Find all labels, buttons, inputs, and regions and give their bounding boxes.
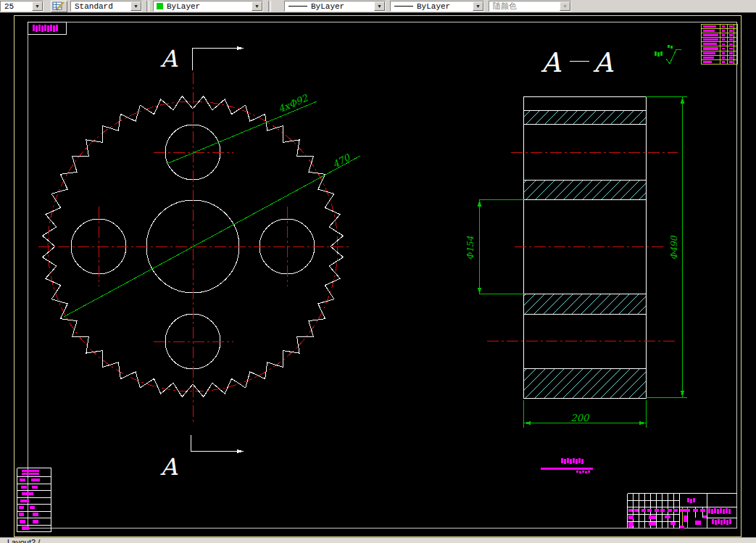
annotation-scribble — [718, 519, 720, 524]
annotation-scribble — [576, 459, 578, 464]
layout-tab[interactable]: Layout2 / — [7, 538, 40, 543]
title-block-entry — [628, 509, 633, 512]
rev-table-entry — [20, 520, 25, 523]
param-table-entry — [703, 38, 718, 41]
lineweight-control-combobox[interactable]: ByLayer ▼ — [390, 1, 484, 12]
color-swatch-green — [157, 3, 163, 9]
model-space-background[interactable] — [0, 13, 756, 537]
annotation-scribble — [573, 458, 575, 463]
hatch-band-1 — [524, 111, 646, 125]
title-block-entry — [703, 515, 707, 518]
dim-outer-diameter-label: Φ490 — [669, 235, 679, 260]
param-table-entry — [703, 47, 718, 49]
annotation-scribble — [564, 459, 566, 464]
param-table-entry — [729, 43, 733, 46]
rev-table-entry — [22, 470, 39, 472]
object-properties-toolbar: 25 ▼ Standard ▼ ByLayer ▼ ByLaye — [0, 0, 756, 13]
rev-table-entry — [19, 513, 24, 516]
chevron-down-icon: ▼ — [560, 1, 570, 11]
hatch-band-3 — [524, 294, 646, 315]
annotation-scribble — [41, 25, 43, 32]
hatch-band-2 — [524, 181, 646, 200]
annotation-scribble — [726, 520, 728, 525]
annotation-scribble — [576, 471, 578, 473]
chevron-down-icon[interactable]: ▼ — [252, 1, 262, 11]
annotation-scribble — [670, 46, 673, 49]
rev-table-entry — [22, 492, 33, 495]
annotation-scribble — [33, 25, 35, 31]
param-table-entry — [722, 52, 726, 54]
param-table-entry — [729, 38, 733, 41]
lineweight-sample-icon — [394, 6, 413, 7]
hatch-band-4 — [524, 369, 646, 398]
color-control-combobox[interactable]: ByLayer ▼ — [153, 1, 263, 12]
rev-table-entry — [20, 478, 25, 481]
annotation-scribble — [708, 508, 710, 513]
rev-table-entry — [22, 526, 29, 530]
param-table-entry — [703, 34, 718, 36]
title-block-entry — [684, 515, 687, 522]
annotation-scribble — [655, 51, 657, 56]
linetype-control-combobox[interactable]: ByLayer ▼ — [284, 1, 386, 12]
annotation-scribble — [657, 52, 660, 57]
scale-combobox[interactable]: 25 ▼ — [0, 1, 43, 12]
title-block-entry — [700, 509, 705, 512]
chevron-down-icon[interactable]: ▼ — [473, 1, 483, 11]
annotation-scribble — [693, 498, 695, 502]
annotation-scribble — [44, 25, 46, 31]
annotation-scribble — [581, 459, 583, 464]
annotation-scribble — [579, 471, 581, 473]
annotation-scribble — [729, 519, 731, 524]
chevron-down-icon[interactable]: ▼ — [130, 1, 141, 11]
title-block-entry — [647, 509, 652, 512]
param-table-entry — [722, 25, 726, 28]
title-block-entry — [641, 509, 646, 512]
annotation-scribble — [582, 471, 584, 473]
param-table-entry — [703, 25, 716, 28]
annotation-scribble — [715, 520, 717, 525]
title-block-entry — [670, 522, 676, 525]
annotation-scribble — [720, 508, 722, 513]
annotation-scribble — [668, 45, 670, 48]
rev-table-entry — [33, 513, 38, 516]
title-block-entry — [655, 509, 659, 512]
chevron-down-icon[interactable]: ▼ — [374, 1, 385, 11]
title-block-entry — [634, 509, 639, 512]
title-block-entry — [680, 526, 684, 529]
section-marker-letter-bottom: A — [159, 453, 178, 481]
section-title-letter-right: A — [593, 47, 614, 78]
chevron-down-icon[interactable]: ▼ — [32, 1, 43, 11]
param-table-entry — [703, 57, 714, 59]
rev-table-entry — [20, 500, 29, 502]
annotation-scribble — [47, 25, 49, 32]
annotation-scribble — [728, 509, 731, 514]
scale-value: 25 — [4, 2, 14, 11]
param-table-entry — [729, 52, 733, 54]
annotation-scribble — [38, 25, 41, 31]
drawing-canvas[interactable]: 4xΦ92 470 A A A A — [0, 13, 756, 537]
rev-table-entry — [30, 506, 35, 509]
cad-application-window: 25 ▼ Standard ▼ ByLayer ▼ ByLaye — [0, 0, 756, 543]
title-block-entry — [628, 522, 634, 526]
rev-table-entry — [31, 478, 40, 481]
lineweight-value: ByLayer — [417, 2, 450, 11]
rev-table-entry — [22, 473, 39, 475]
text-style-button[interactable] — [51, 1, 67, 12]
param-table-entry — [722, 61, 726, 63]
plot-style-value: 随颜色 — [493, 1, 517, 12]
annotation-scribble — [687, 498, 689, 502]
annotation-scribble — [720, 520, 723, 525]
text-style-combobox[interactable]: Standard ▼ — [70, 1, 142, 12]
style-brush-icon — [52, 1, 66, 10]
layout-tab-strip: Layout2 / — [0, 537, 756, 543]
param-table-entry — [703, 43, 717, 45]
annotation-scribble — [726, 508, 728, 513]
annotation-underline — [541, 468, 593, 470]
title-block-entry — [673, 509, 678, 512]
param-table-entry — [729, 30, 733, 32]
linetype-value: ByLayer — [311, 2, 344, 11]
dim-bore-label: Φ154 — [465, 236, 475, 260]
param-table-entry — [703, 30, 715, 32]
title-block-entry — [628, 515, 634, 519]
param-table-entry — [729, 25, 733, 28]
